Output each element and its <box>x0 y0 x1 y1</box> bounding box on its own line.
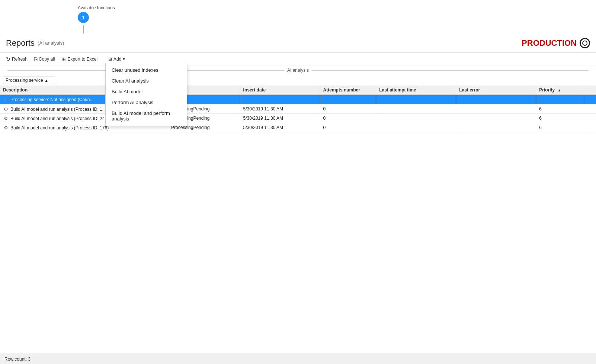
add-button-wrapper: ⊞ Add ▾ Clear unused indexes Clean AI an… <box>105 55 128 63</box>
add-button[interactable]: ⊞ Add ▾ <box>105 55 128 63</box>
cell-last-attempt_time <box>376 114 456 123</box>
page-title: Reports <box>6 38 35 48</box>
dropdown-item-clean-ai[interactable]: Clean AI analysis <box>106 75 187 86</box>
cell-extra <box>584 104 596 114</box>
copy-all-button[interactable]: ⎘ Copy all <box>31 55 58 63</box>
table-row[interactable]: ⚙Build AI model and run analysis (Proces… <box>0 123 596 132</box>
section-header-ai: AI analysis <box>0 65 596 75</box>
refresh-button[interactable]: ↻ Refresh <box>3 55 31 63</box>
available-functions-label: Available functions <box>78 5 115 10</box>
cell-priority: 6 <box>536 123 584 132</box>
export-label: Export to Excel <box>67 57 97 62</box>
export-to-excel-button[interactable]: ⊞ Export to Excel <box>58 55 100 63</box>
filter-arrow: ▲ <box>45 78 48 83</box>
filter-bar: Processing service ▲ <box>0 75 596 86</box>
cell-attempts-number: 0 <box>320 123 376 132</box>
production-logo <box>578 38 590 48</box>
priority-sort-icon: ▲ <box>558 88 561 92</box>
cell-last-attempt_time <box>376 123 456 132</box>
cell-extra <box>584 95 596 104</box>
processing-service-label: Processing service <box>6 78 43 83</box>
cell-extra <box>584 114 596 123</box>
available-functions-badge: 1 <box>78 12 89 23</box>
col-header-extra <box>584 86 596 95</box>
col-header-insert-date[interactable]: Insert date <box>240 86 320 95</box>
cell-attempts-number: 0 <box>320 104 376 114</box>
section-line-right <box>312 70 589 71</box>
cell-priority: 6 <box>536 104 584 114</box>
cell-attempts-number: 0 <box>320 114 376 123</box>
col-header-last-error[interactable]: Last error <box>456 86 536 95</box>
col-header-attempts[interactable]: Attempts number <box>320 86 376 95</box>
add-dropdown-arrow: ▾ <box>123 57 125 62</box>
page-header: Reports (AI analysis) PRODUCTION <box>0 33 596 53</box>
cell-priority <box>536 95 584 104</box>
dropdown-item-perform-ai[interactable]: Perform AI analysis <box>106 97 187 108</box>
cell-last-attempt_time <box>376 95 456 104</box>
cell-last-error <box>456 95 536 104</box>
dropdown-item-build-ai-model[interactable]: Build AI model <box>106 86 187 97</box>
cell-insert-date <box>240 95 320 104</box>
cell-last-error <box>456 104 536 114</box>
gear-icon: ⚙ <box>3 115 9 121</box>
cell-insert-date: 5/30/2019 11:30 AM <box>240 123 320 132</box>
refresh-label: Refresh <box>12 57 28 62</box>
add-dropdown-menu: Clear unused indexes Clean AI analysis B… <box>105 63 187 126</box>
gear-icon: ⚙ <box>3 125 9 131</box>
production-label: PRODUCTION <box>522 38 577 48</box>
status-bar: Row count: 3 <box>0 354 596 364</box>
table-row[interactable]: ⚙Build AI model and run analysis (Proces… <box>0 104 596 114</box>
available-functions-area: Available functions 1 <box>0 0 596 33</box>
table-body: iProcessing service: Not assigned (Coun.… <box>0 95 596 132</box>
processing-service-filter[interactable]: Processing service ▲ <box>3 77 55 84</box>
data-table-wrapper[interactable]: Description Status Insert date Attempts … <box>0 86 596 344</box>
copy-icon: ⎘ <box>34 56 37 62</box>
cell-last-error <box>456 123 536 132</box>
col-header-priority[interactable]: Priority ▲ <box>536 86 584 95</box>
dropdown-item-clear-unused[interactable]: Clear unused indexes <box>106 65 187 75</box>
table-header-row: Description Status Insert date Attempts … <box>0 86 596 95</box>
add-label: Add <box>113 57 121 62</box>
logo-inner-circle <box>582 41 587 46</box>
cell-priority: 6 <box>536 114 584 123</box>
table-row[interactable]: ⚙Build AI model and run analysis (Proces… <box>0 114 596 123</box>
toolbar-separator <box>103 55 103 63</box>
main-content: AI analysis Processing service ▲ Descrip… <box>0 65 596 354</box>
add-icon: ⊞ <box>108 57 112 62</box>
cell-attempts-number <box>320 95 376 104</box>
page-subtitle: (AI analysis) <box>38 40 64 46</box>
cell-insert-date: 5/30/2019 11:30 AM <box>240 114 320 123</box>
cell-insert-date: 5/30/2019 11:30 AM <box>240 104 320 114</box>
row-count-label: Row count: 3 <box>4 357 31 362</box>
gear-icon: ⚙ <box>3 106 9 112</box>
col-header-last-attempt[interactable]: Last attempt time <box>376 86 456 95</box>
cell-last-attempt_time <box>376 104 456 114</box>
ai-analysis-label: AI analysis <box>287 68 309 73</box>
export-icon: ⊞ <box>61 56 66 62</box>
info-icon: i <box>3 97 9 103</box>
logo-outer-circle <box>580 38 590 48</box>
copy-all-label: Copy all <box>39 57 55 62</box>
table-row[interactable]: iProcessing service: Not assigned (Coun.… <box>0 95 596 104</box>
cell-last-error <box>456 114 536 123</box>
refresh-icon: ↻ <box>6 56 10 62</box>
toolbar: ↻ Refresh ⎘ Copy all ⊞ Export to Excel ⊞… <box>0 53 596 65</box>
data-table: Description Status Insert date Attempts … <box>0 86 596 132</box>
cell-extra <box>584 123 596 132</box>
production-badge: PRODUCTION <box>522 38 590 48</box>
dropdown-item-build-perform[interactable]: Build AI model and perform analysis <box>106 108 187 124</box>
